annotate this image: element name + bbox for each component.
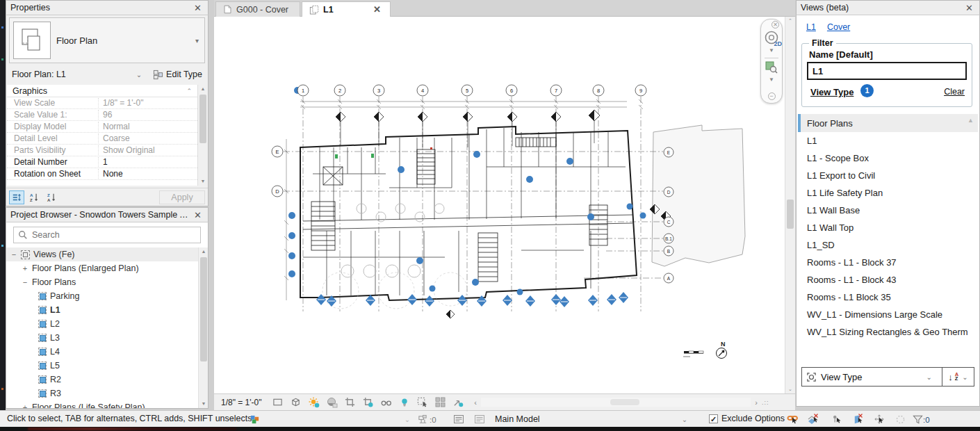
chevron-down-icon[interactable]: ⌄ <box>400 413 414 425</box>
chevron-down-icon[interactable]: ▾ <box>190 37 204 44</box>
sort-default-button[interactable] <box>9 190 24 204</box>
tree-item-l2[interactable]: L2 <box>6 317 198 331</box>
steering-wheel-2d-icon[interactable]: 2D <box>764 30 779 45</box>
list-item[interactable]: L1_SD <box>798 236 978 254</box>
scrollbar-thumb[interactable] <box>200 257 207 361</box>
close-icon[interactable]: ✕ <box>771 21 779 29</box>
type-combo[interactable]: Floor Plan: L1 ⌄ <box>9 67 150 82</box>
chevron-down-icon[interactable]: ▼ <box>769 76 774 83</box>
scroll-down-icon[interactable]: ▼ <box>199 400 209 408</box>
graphics-section-header[interactable]: Graphics ⌃ <box>7 85 197 97</box>
scrollbar-thumb[interactable] <box>199 95 206 143</box>
view-type-filter-link[interactable]: View Type <box>810 87 854 97</box>
tree-item-r3[interactable]: R3 <box>6 387 198 400</box>
list-item[interactable]: L1 Wall Base <box>798 202 978 219</box>
resize-grip[interactable]: .:: <box>762 399 774 406</box>
tree-item-l1[interactable]: L1 <box>6 303 198 317</box>
list-item[interactable]: Rooms - L1 Block 35 <box>798 288 978 306</box>
views-list-group-header[interactable]: Floor Plans ▲ <box>798 114 978 132</box>
property-row[interactable]: Detail Number1 <box>7 156 197 168</box>
tree-item-l3[interactable]: L3 <box>6 331 198 345</box>
scrollbar-thumb[interactable] <box>610 399 639 405</box>
scroll-right-icon[interactable]: › <box>751 398 762 407</box>
tab-l1[interactable]: L1 ✕ <box>302 1 391 17</box>
property-row[interactable]: Detail LevelCoarse <box>7 133 197 145</box>
show-crop-region-button[interactable] <box>359 396 377 409</box>
type-selector[interactable]: Floor Plan ▾ <box>9 17 205 63</box>
design-options-icon[interactable] <box>473 413 487 425</box>
select-links-icon[interactable] <box>785 413 799 425</box>
list-item[interactable]: L1 <box>798 132 978 149</box>
tree-group-floor-plans[interactable]: −Floor Plans <box>6 275 198 289</box>
navigation-bar[interactable]: ✕ 2D ▼ ▼ − <box>760 19 783 104</box>
close-icon[interactable]: ✕ <box>192 210 204 220</box>
editable-only-icon[interactable] <box>452 413 466 425</box>
visual-style-button[interactable] <box>269 396 287 409</box>
list-item[interactable]: Rooms - L1 - Block 43 <box>798 271 978 288</box>
search-box[interactable] <box>13 227 201 243</box>
scroll-down-icon[interactable]: ⌄ <box>785 385 795 393</box>
analytical-model-button[interactable] <box>432 396 450 409</box>
list-item[interactable]: Rooms - L1 - Block 37 <box>798 254 978 271</box>
select-pinned-icon[interactable] <box>829 413 843 425</box>
design-option-value[interactable]: Main Model <box>495 414 540 424</box>
link-cover[interactable]: Cover <box>827 22 850 32</box>
sort-order-button[interactable]: ↓ AZ ⌄ <box>942 367 974 387</box>
properties-scrollbar[interactable]: ▲ ▼ <box>197 85 207 186</box>
chevron-down-icon[interactable]: ⌄ <box>678 413 692 425</box>
temporary-hide-isolate-button[interactable] <box>377 396 395 409</box>
property-row[interactable]: Scale Value 1:96 <box>7 109 197 121</box>
list-item[interactable]: L1 - Scope Box <box>798 149 978 167</box>
temporary-view-properties-button[interactable] <box>414 396 432 409</box>
edit-type-button[interactable]: Edit Type <box>150 70 205 80</box>
grid-bubbles-top[interactable]: 1 2 3 4 5 6 7 8 9 <box>297 85 646 96</box>
tree-item-r2[interactable]: R2 <box>6 373 198 387</box>
tree-group-enlarged-plan[interactable]: +Floor Plans (Enlarged Plan) <box>6 261 198 275</box>
collapse-icon[interactable]: ⌃ <box>186 88 192 95</box>
scroll-up-icon[interactable]: ⌃ <box>785 17 795 25</box>
grid-bubbles-left[interactable]: E D <box>272 146 283 197</box>
list-item[interactable]: WV_L1 - Dimensions Large Scale <box>798 306 978 323</box>
tree-item-l4[interactable]: L4 <box>6 345 198 359</box>
canvas-vscrollbar[interactable]: ⌃ ⌄ <box>785 17 795 393</box>
reveal-constraints-button[interactable] <box>450 396 468 409</box>
selection-filter-icon[interactable] <box>910 413 924 425</box>
views-beta-titlebar[interactable]: Views (beta) ✕ <box>796 0 980 15</box>
property-row[interactable]: View Scale1/8" = 1'-0" <box>7 97 197 109</box>
tree-group-life-safety[interactable]: +Floor Plans (Life Safety Plan) <box>6 400 198 408</box>
shadows-button[interactable] <box>323 396 341 409</box>
clear-filter-link[interactable]: Clear <box>944 87 965 97</box>
worksets-icon[interactable] <box>416 413 430 425</box>
section-markers[interactable] <box>316 292 628 307</box>
zoom-tool-icon[interactable] <box>765 60 778 74</box>
project-browser-titlebar[interactable]: Project Browser - Snowdon Towers Sample … <box>6 207 209 222</box>
drag-on-selection-icon[interactable] <box>872 413 886 425</box>
sun-path-button[interactable] <box>305 396 323 409</box>
scroll-left-icon[interactable]: ‹ <box>470 398 481 407</box>
select-by-face-icon[interactable] <box>851 413 865 425</box>
crop-view-button[interactable] <box>341 396 359 409</box>
browser-scrollbar[interactable]: ▲ ▼ <box>198 247 208 408</box>
scrollbar-thumb[interactable] <box>787 200 794 229</box>
apply-button[interactable]: Apply <box>159 190 205 204</box>
filter-name-input[interactable] <box>807 62 967 80</box>
close-icon[interactable]: ✕ <box>963 3 975 13</box>
close-tab-icon[interactable]: ✕ <box>371 4 383 15</box>
scroll-up-icon[interactable]: ▲ <box>198 85 208 93</box>
tree-root-views[interactable]: − Views (Fe) <box>6 247 198 261</box>
detail-level-button[interactable] <box>287 396 305 409</box>
properties-titlebar[interactable]: Properties ✕ <box>6 0 209 15</box>
collapse-icon[interactable]: − <box>768 92 776 100</box>
property-row[interactable]: Parts VisibilityShow Original <box>7 145 197 156</box>
scale-button[interactable]: 1/8" = 1'-0" <box>214 398 269 407</box>
view-type-dropdown[interactable]: View Type ⌄ <box>801 367 942 387</box>
search-input[interactable] <box>32 230 196 240</box>
scroll-down-icon[interactable]: ▼ <box>198 177 208 186</box>
reveal-hidden-elements-button[interactable] <box>395 396 414 409</box>
tree-item-l5[interactable]: L5 <box>6 359 198 373</box>
tree-item-parking[interactable]: Parking <box>6 289 198 303</box>
link-l1[interactable]: L1 <box>806 22 816 32</box>
canvas-hscrollbar[interactable]: ‹ › .:: <box>470 396 774 408</box>
select-underlay-icon[interactable] <box>806 413 820 425</box>
list-item[interactable]: WV_L1 Sizing Rectangles & Geo Therm <box>798 323 978 341</box>
